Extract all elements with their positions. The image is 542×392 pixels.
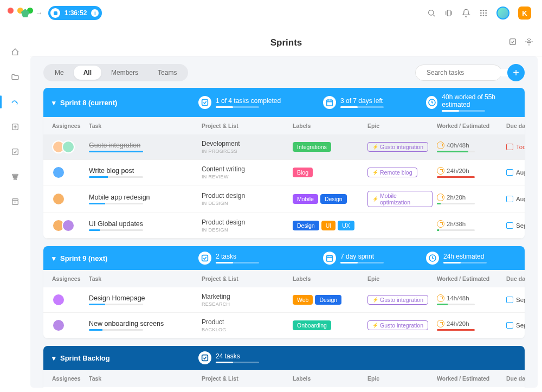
task-row[interactable]: New onboarding screensProductBACKLOGOnbo… — [43, 313, 525, 338]
sidebar-folder-icon[interactable] — [9, 70, 22, 83]
search-input[interactable] — [427, 69, 508, 76]
task-cell: Mobile app redesign — [89, 194, 197, 204]
sidebar-add-icon[interactable] — [9, 120, 22, 133]
epic-pill[interactable]: ⚡Gusto integration — [367, 320, 428, 330]
sprint-stat-text: 2 tasks — [216, 253, 259, 260]
calendar-icon — [506, 322, 513, 329]
bell-icon[interactable] — [462, 9, 470, 17]
label-pill[interactable]: Integrations — [293, 142, 331, 152]
search-box[interactable] — [415, 65, 502, 81]
worked-bar — [437, 229, 475, 231]
checklist-stat-icon — [198, 351, 211, 364]
sidebar-list-icon[interactable] — [9, 170, 22, 183]
sprint-stat-text: 40h worked of 55h estimated — [442, 93, 516, 108]
apps-grid-icon[interactable] — [479, 9, 488, 17]
avatar[interactable] — [62, 219, 75, 232]
sprint-stat: 7 day sprint — [323, 252, 421, 265]
avatar[interactable] — [62, 140, 75, 153]
label-pill[interactable]: Design — [293, 221, 319, 230]
worked-cell: 2h/20h — [437, 194, 502, 204]
label-pill[interactable]: UX — [338, 221, 354, 230]
due-cell: Aug 29 — [506, 196, 525, 202]
label-pill[interactable]: Design — [315, 295, 341, 305]
checklist-icon[interactable] — [508, 37, 517, 48]
clock-icon — [437, 220, 444, 228]
copy-icon[interactable] — [444, 9, 453, 17]
column-header: Due date — [506, 275, 525, 282]
add-button[interactable]: + — [507, 64, 525, 81]
timer-pill[interactable]: 1:36:52 i — [48, 6, 102, 20]
caret-down-icon[interactable]: ▾ — [52, 254, 56, 262]
svg-point-2 — [480, 10, 482, 11]
task-row[interactable]: Write blog postContent writingIN REVIEWB… — [43, 160, 525, 185]
task-row[interactable]: Gusto integrationDevelopmentIN PROGRESSI… — [43, 134, 525, 160]
tab-members[interactable]: Members — [101, 66, 148, 80]
app-logo-icon[interactable] — [21, 9, 30, 18]
tab-teams[interactable]: Teams — [148, 66, 186, 80]
task-name: Write blog post — [89, 167, 197, 175]
avatar[interactable] — [52, 166, 65, 179]
sprint-header[interactable]: ▾Sprint Backlog24 tasks — [43, 346, 525, 370]
task-name: New onboarding screens — [89, 320, 197, 327]
labels-cell: Integrations — [293, 142, 363, 152]
label-pill[interactable]: Mobile — [293, 194, 318, 204]
sprint-stat-bar — [340, 262, 384, 264]
task-row[interactable]: Blog illustrationsMarketingRESEARCHBlog⚡… — [43, 387, 525, 388]
worked-bar — [437, 151, 475, 152]
tab-all[interactable]: All — [74, 66, 101, 80]
project-cell: Content writingIN REVIEW — [202, 165, 288, 179]
assignees — [52, 166, 85, 179]
task-row[interactable]: Design HomepageMarketingRESEARCHWebDesig… — [43, 287, 525, 313]
label-pill[interactable]: Onboarding — [293, 320, 331, 330]
project-status: IN REVIEW — [202, 174, 288, 179]
avatar[interactable] — [52, 192, 65, 205]
nav-forward-icon[interactable]: → — [35, 9, 43, 17]
sidebar-sprint-icon[interactable] — [9, 95, 22, 108]
task-row[interactable]: Mobile app redesignProduct designIN DESI… — [43, 185, 525, 213]
stop-icon[interactable] — [50, 8, 60, 18]
info-icon[interactable]: i — [91, 9, 99, 17]
epic-pill[interactable]: ⚡Remote blog — [367, 168, 417, 177]
project-name: Product design — [202, 219, 288, 226]
tab-me[interactable]: Me — [45, 66, 74, 80]
due-cell: Sep 4 — [506, 297, 525, 303]
user-badge[interactable]: K — [518, 7, 531, 20]
sprint-title: Sprint Backlog — [60, 354, 110, 362]
clock-stat-icon — [426, 252, 439, 265]
sidebar-archive-icon[interactable] — [9, 195, 22, 208]
sprint-header[interactable]: ▾Sprint 8 (current)1 of 4 tasks complete… — [43, 88, 525, 117]
task-row[interactable]: UI Global updatesProduct designIN DESIGN… — [43, 213, 525, 239]
label-pill[interactable]: UI — [321, 221, 336, 230]
avatar[interactable] — [52, 293, 65, 306]
gear-icon[interactable] — [525, 37, 533, 48]
task-cell: New onboarding screens — [89, 320, 197, 331]
due-cell: Sep 6 — [506, 322, 525, 329]
epic-pill[interactable]: ⚡Mobile optimization — [367, 191, 433, 207]
avatar[interactable] — [496, 7, 509, 20]
label-pill[interactable]: Web — [293, 295, 313, 305]
column-header: Task — [89, 375, 197, 382]
svg-point-7 — [485, 12, 487, 14]
bolt-icon: ⚡ — [372, 170, 378, 175]
sidebar-check-icon[interactable] — [9, 145, 22, 158]
due-value: Sep 4 — [516, 297, 525, 303]
svg-point-9 — [483, 15, 485, 16]
search-icon[interactable] — [427, 9, 436, 17]
caret-down-icon[interactable]: ▾ — [52, 354, 56, 362]
sidebar-home-icon[interactable] — [9, 46, 22, 59]
avatar[interactable] — [52, 319, 65, 332]
label-pill[interactable]: Blog — [293, 168, 313, 177]
sprint-stat: 40h worked of 55h estimated — [426, 93, 516, 112]
epic-pill[interactable]: ⚡Gusto integration — [367, 142, 428, 152]
epic-pill[interactable]: ⚡Gusto integration — [367, 295, 428, 305]
sprint-header[interactable]: ▾Sprint 9 (next)2 tasks7 day sprint24h e… — [43, 246, 525, 270]
worked-cell: 24h/20h — [437, 167, 502, 178]
label-pill[interactable]: Design — [320, 194, 347, 204]
worked-value: 2h/20h — [447, 194, 466, 201]
calendar-icon — [506, 297, 513, 303]
column-header: Due date — [506, 123, 525, 129]
task-cell: Design Homepage — [89, 294, 197, 305]
caret-down-icon[interactable]: ▾ — [52, 99, 56, 107]
sprint-stat-bar — [216, 262, 259, 264]
epic-label: Gusto integration — [380, 322, 423, 329]
